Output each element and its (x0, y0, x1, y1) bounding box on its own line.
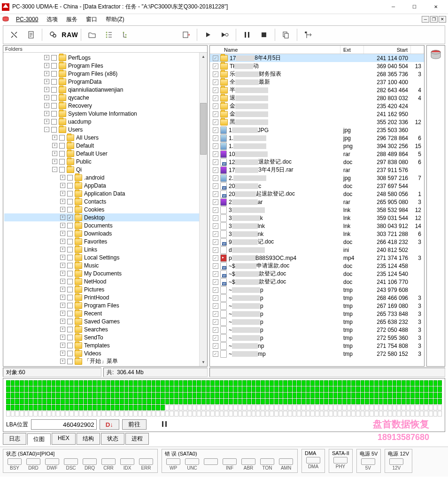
tree-item[interactable]: +「开始」菜单 (4, 357, 206, 365)
bitmap-cell[interactable] (152, 411, 156, 416)
bitmap-cell[interactable] (138, 405, 142, 410)
bitmap-cell[interactable] (393, 405, 397, 410)
bitmap-cell[interactable] (297, 386, 301, 392)
bitmap-cell[interactable] (265, 399, 270, 404)
expander-icon[interactable]: + (60, 231, 65, 236)
bitmap-cell[interactable] (397, 411, 401, 416)
bitmap-cell[interactable] (97, 399, 101, 404)
bitmap-cell[interactable] (84, 386, 88, 392)
tree-checkbox[interactable] (51, 87, 57, 93)
bitmap-cell[interactable] (393, 393, 397, 398)
bitmap-cell[interactable] (397, 393, 401, 398)
file-checkbox[interactable] (213, 167, 218, 173)
bitmap-cell[interactable] (242, 380, 247, 386)
pause-icon[interactable] (239, 28, 255, 42)
bitmap-cell[interactable] (79, 405, 83, 410)
file-row[interactable]: 12退款登记.docdoc297 838 0806 (210, 158, 424, 166)
expander-icon[interactable]: + (44, 55, 49, 60)
bitmap-cell[interactable] (283, 411, 287, 416)
bitmap-cell[interactable] (84, 405, 88, 410)
bitmap-cell[interactable] (79, 393, 83, 398)
bitmap-cell[interactable] (301, 393, 306, 398)
bitmap-cell[interactable] (342, 393, 347, 398)
bitmap-cell[interactable] (111, 399, 115, 404)
bitmap-cell[interactable] (429, 399, 433, 404)
bitmap-cell[interactable] (224, 399, 228, 404)
bitmap-cell[interactable] (61, 393, 65, 398)
tree-item[interactable]: +qianniuliaotianwenjian (4, 86, 206, 94)
file-row[interactable]: 2.jpg308 597 2167 (210, 174, 424, 182)
bitmap-cell[interactable] (129, 411, 133, 416)
tree-item[interactable]: +Default (4, 141, 206, 149)
bitmap-cell[interactable] (270, 411, 274, 416)
bitmap-cell[interactable] (52, 380, 56, 386)
bitmap-cell[interactable] (393, 411, 397, 416)
tree-item[interactable]: +Recent (4, 309, 206, 317)
bitmap-cell[interactable] (283, 405, 287, 410)
bitmap-cell[interactable] (38, 405, 42, 410)
bitmap-cell[interactable] (170, 393, 174, 398)
bitmap-cell[interactable] (179, 405, 183, 410)
bitmap-cell[interactable] (270, 405, 274, 410)
bitmap-cell[interactable] (329, 399, 333, 404)
bitmap-cell[interactable] (20, 405, 24, 410)
file-checkbox[interactable] (213, 103, 218, 109)
tree-item[interactable]: +AppData (4, 181, 206, 189)
tab-进程[interactable]: 进程 (125, 433, 149, 445)
tree-checkbox[interactable] (67, 207, 73, 212)
bitmap-cell[interactable] (183, 380, 187, 386)
col-start[interactable]: Start (364, 46, 411, 54)
bitmap-cell[interactable] (420, 399, 424, 404)
bitmap-cell[interactable] (361, 411, 365, 416)
bitmap-cell[interactable] (288, 393, 292, 398)
bitmap-cell[interactable] (193, 411, 197, 416)
file-row[interactable]: ~ptmp267 169 0803 (210, 302, 424, 310)
bitmap-cell[interactable] (165, 386, 170, 392)
file-checkbox[interactable] (213, 87, 218, 93)
bitmap-cell[interactable] (188, 393, 192, 398)
bitmap-cell[interactable] (93, 380, 97, 386)
bitmap-cell[interactable] (370, 405, 374, 410)
expander-icon[interactable]: + (60, 183, 65, 188)
mdi-minimize[interactable]: ─ (422, 16, 429, 23)
bitmap-cell[interactable] (165, 399, 170, 404)
bitmap-cell[interactable] (115, 380, 119, 386)
bitmap-cell[interactable] (429, 380, 433, 386)
bitmap-cell[interactable] (170, 405, 174, 410)
bitmap-cell[interactable] (138, 380, 142, 386)
bitmap-cell[interactable] (261, 380, 265, 386)
bitmap-cell[interactable] (402, 399, 406, 404)
bitmap-cell[interactable] (201, 393, 206, 398)
file-row[interactable]: 20起退款登记.docdoc248 580 0561 (210, 190, 424, 198)
bitmap-cell[interactable] (393, 399, 397, 404)
menu-window[interactable]: 窗口 (82, 15, 101, 24)
tree-checkbox[interactable] (67, 279, 73, 284)
bitmap-cell[interactable] (70, 393, 74, 398)
bitmap-cell[interactable] (279, 386, 283, 392)
tree-checkbox[interactable] (51, 111, 57, 117)
lba-pause-icon[interactable] (162, 421, 167, 429)
bitmap-cell[interactable] (356, 393, 360, 398)
bitmap-cell[interactable] (252, 380, 256, 386)
bitmap-cell[interactable] (379, 380, 383, 386)
tree-item[interactable]: +Recovery (4, 102, 206, 110)
bitmap-cell[interactable] (24, 380, 29, 386)
bitmap-cell[interactable] (293, 386, 297, 392)
bitmap-cell[interactable] (70, 380, 74, 386)
file-row[interactable]: 10rar288 489 8645 (210, 150, 424, 158)
mdi-close[interactable]: ✕ (439, 16, 446, 23)
expander-icon[interactable]: + (44, 119, 49, 124)
file-row[interactable]: 3klnk359 031 54412 (210, 214, 424, 222)
bitmap-cell[interactable] (6, 380, 10, 386)
file-checkbox[interactable] (213, 327, 218, 333)
bitmap-cell[interactable] (106, 393, 110, 398)
bitmap-cell[interactable] (38, 399, 42, 404)
file-row[interactable]: 1.jpg296 728 8646 (210, 134, 424, 142)
bitmap-cell[interactable] (293, 393, 297, 398)
bitmap-cell[interactable] (247, 393, 251, 398)
bitmap-cell[interactable] (301, 399, 306, 404)
bitmap-cell[interactable] (429, 393, 433, 398)
bitmap-cell[interactable] (433, 380, 438, 386)
bitmap-cell[interactable] (193, 405, 197, 410)
bitmap-cell[interactable] (56, 405, 60, 410)
